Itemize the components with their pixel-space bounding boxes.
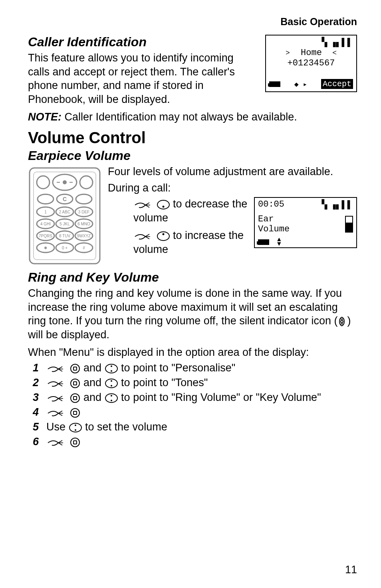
volume-control-heading: Volume Control xyxy=(28,129,357,147)
svg-point-61 xyxy=(71,438,79,447)
svg-rect-57 xyxy=(73,411,77,414)
screen2-time: 00:05 xyxy=(258,199,284,209)
ring-key-paragraph: Changing the ring and key volume is done… xyxy=(28,286,357,341)
step-4: 4 xyxy=(28,406,357,418)
section-header: Basic Operation xyxy=(28,16,357,28)
svg-point-38 xyxy=(157,232,169,241)
svg-point-56 xyxy=(71,408,79,417)
screen2-line2: Volume xyxy=(258,224,290,234)
step-6: 6 xyxy=(28,436,357,448)
svg-point-59 xyxy=(75,424,76,426)
caller-id-screen-illustration: ▝▖▗▖▌▌ > Home < +01234567 ◆ ▸ Accept xyxy=(265,35,357,92)
svg-text:1: 1 xyxy=(44,210,47,214)
earpiece-intro: Four levels of volume adjustment are ava… xyxy=(108,165,357,179)
ring-key-volume-heading: Ring and Key Volume xyxy=(28,270,357,285)
nav-updown-icon xyxy=(105,378,118,389)
svg-text:6 MNO: 6 MNO xyxy=(77,222,90,226)
battery-icon xyxy=(269,81,280,87)
press-icon xyxy=(46,408,66,418)
svg-point-49 xyxy=(111,380,112,382)
nav-down-icon xyxy=(157,199,170,210)
svg-point-5 xyxy=(63,180,67,184)
svg-point-44 xyxy=(111,365,112,367)
svg-point-39 xyxy=(162,233,164,235)
svg-point-40 xyxy=(341,320,343,323)
press-icon xyxy=(133,199,153,210)
press-icon xyxy=(46,363,66,374)
silent-icon xyxy=(337,316,347,327)
nav-updown-icon xyxy=(105,393,118,403)
keypad-illustration: C 12 ABC3 DEF 4 GHI5 JKL6 MNO 7PQRS8 TUV… xyxy=(28,166,104,266)
screen2-line1: Ear xyxy=(258,214,290,224)
select-button-icon xyxy=(69,378,81,389)
press-icon xyxy=(46,378,66,389)
nav-updown-icon xyxy=(69,422,82,433)
battery-icon xyxy=(258,239,269,245)
svg-rect-42 xyxy=(73,367,77,370)
svg-text:#: # xyxy=(83,246,85,250)
note-label: NOTE: xyxy=(28,111,62,123)
svg-point-51 xyxy=(71,394,79,403)
screen1-softkey-arrows: ◆ ▸ xyxy=(294,80,307,89)
svg-text:2 ABC: 2 ABC xyxy=(59,210,70,214)
svg-point-41 xyxy=(71,364,79,373)
svg-point-50 xyxy=(111,385,112,387)
svg-point-60 xyxy=(75,429,76,431)
when-menu-text: When "Menu" is displayed in the option a… xyxy=(28,345,357,359)
svg-text:3 DEF: 3 DEF xyxy=(78,210,89,214)
nav-updown-icon xyxy=(105,363,118,374)
svg-rect-47 xyxy=(73,382,77,385)
step-3: 3 and to point to "Ring Volume" or "Key … xyxy=(28,391,357,404)
screen1-accept-label: Accept xyxy=(321,79,353,89)
press-icon xyxy=(46,437,66,448)
caller-id-section: ▝▖▗▖▌▌ > Home < +01234567 ◆ ▸ Accept Cal… xyxy=(28,35,357,106)
step-1: 1 and to point to "Personalise" xyxy=(28,362,357,374)
select-button-icon xyxy=(69,363,81,374)
screen1-home-row: > Home < xyxy=(269,48,353,58)
svg-text:C: C xyxy=(63,196,67,202)
svg-point-45 xyxy=(111,370,112,372)
svg-point-37 xyxy=(162,206,164,208)
svg-text:7PQRS: 7PQRS xyxy=(39,234,52,238)
earpiece-screen-illustration: 00:05 ▝▖▗▖▌▌ Ear Volume ▲▼ xyxy=(254,197,357,248)
svg-point-54 xyxy=(111,395,112,397)
earpiece-volume-heading: Earpiece Volume xyxy=(28,148,357,163)
svg-rect-52 xyxy=(73,397,77,400)
svg-rect-62 xyxy=(73,441,77,444)
steps-list: 1 and to point to "Personalise" 2 and to… xyxy=(28,362,357,448)
svg-text:✱: ✱ xyxy=(44,246,47,250)
svg-text:0 +: 0 + xyxy=(62,246,67,250)
screen1-number: +01234567 xyxy=(269,58,353,68)
caller-id-note: NOTE: Caller Identification may not alwa… xyxy=(28,111,357,123)
select-button-icon xyxy=(69,437,81,448)
select-button-icon xyxy=(69,408,81,418)
svg-point-46 xyxy=(71,379,79,388)
svg-point-55 xyxy=(111,400,112,401)
during-call-label: During a call: xyxy=(108,181,357,195)
up-down-arrows-icon: ▲▼ xyxy=(277,238,281,247)
page-number: 11 xyxy=(345,564,357,576)
nav-up-icon xyxy=(157,231,170,241)
earpiece-volume-block: C 12 ABC3 DEF 4 GHI5 JKL6 MNO 7PQRS8 TUV… xyxy=(28,165,357,266)
svg-text:4 GHI: 4 GHI xyxy=(40,222,51,226)
volume-bar-icon xyxy=(345,216,353,233)
screen1-signal: ▝▖▗▖▌▌ xyxy=(269,38,353,48)
svg-text:8 TUV: 8 TUV xyxy=(59,234,70,238)
svg-text:5 JKL: 5 JKL xyxy=(60,222,70,226)
svg-text:9WXYZ: 9WXYZ xyxy=(77,234,91,238)
svg-point-36 xyxy=(157,200,169,209)
select-button-icon xyxy=(69,393,81,403)
press-icon xyxy=(133,231,153,241)
step-2: 2 and to point to "Tones" xyxy=(28,377,357,389)
screen2-signal: ▝▖▗▖▌▌ xyxy=(319,199,353,210)
step-5: 5 Use to set the volume xyxy=(28,421,357,433)
press-icon xyxy=(46,393,66,403)
